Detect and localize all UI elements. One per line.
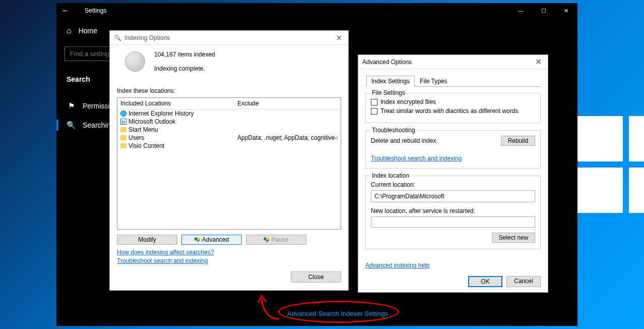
- tab-file-types[interactable]: File Types: [415, 76, 452, 87]
- rebuild-label: Delete and rebuild index: [371, 137, 436, 144]
- location-exclude: [237, 109, 338, 118]
- encrypted-checkbox[interactable]: [371, 99, 377, 105]
- troubleshooting-label: Troubleshooting: [370, 127, 417, 134]
- location-name: Microsoft Outlook: [128, 118, 175, 126]
- locations-label: Index these locations:: [117, 87, 341, 94]
- modify-button[interactable]: Modify: [117, 235, 177, 245]
- home-icon: ⌂: [67, 26, 72, 35]
- folder-icon: [120, 127, 126, 132]
- outlook-icon: [120, 119, 126, 125]
- home-label: Home: [79, 27, 97, 35]
- current-location-field: C:\ProgramData\Microsoft: [371, 190, 535, 202]
- indexing-status: Indexing complete.: [154, 65, 215, 72]
- file-settings-label: File Settings: [370, 89, 407, 96]
- location-row[interactable]: Visio Content: [117, 142, 341, 150]
- permissions-icon: ⚑: [67, 101, 76, 111]
- select-new-button[interactable]: Select new: [492, 233, 535, 243]
- location-exclude: [237, 126, 338, 134]
- location-exclude: [237, 142, 338, 150]
- advanced-title: Advanced Options: [362, 59, 412, 66]
- location-name: Start Menu: [128, 126, 158, 134]
- col-exclude-header[interactable]: Exclude: [234, 98, 341, 109]
- drive-icon: [125, 51, 145, 72]
- annotation-arrow: [254, 294, 282, 324]
- folder-icon: [120, 143, 126, 148]
- how-indexing-affects-link[interactable]: How does indexing affect searches?: [117, 249, 341, 256]
- items-indexed-count: 104,187 items indexed: [154, 51, 215, 58]
- location-exclude: [237, 118, 338, 126]
- close-button[interactable]: ✕: [555, 3, 577, 18]
- encrypted-label: Index encrypted files: [380, 98, 436, 105]
- location-name: Internet Explorer History: [128, 109, 194, 118]
- ie-icon: [120, 111, 126, 117]
- pause-button: Pause: [246, 235, 306, 245]
- indexing-icon: 🔍: [114, 34, 121, 41]
- location-row[interactable]: Internet Explorer History: [117, 109, 341, 118]
- rebuild-button[interactable]: Rebuild: [501, 136, 535, 146]
- tab-index-settings[interactable]: Index Settings: [366, 76, 415, 87]
- troubleshooting-group: Troubleshooting Delete and rebuild index…: [365, 130, 541, 169]
- cancel-button[interactable]: Cancel: [506, 276, 541, 287]
- new-location-field: [371, 216, 535, 228]
- indexing-title: Indexing Options: [124, 34, 170, 41]
- folder-icon: [120, 135, 126, 140]
- indexing-close-button[interactable]: ✕: [334, 34, 344, 42]
- indexing-close-dialog-button[interactable]: Close: [291, 271, 341, 283]
- back-button[interactable]: ←: [61, 6, 70, 15]
- diacritics-checkbox[interactable]: [371, 108, 377, 115]
- minimize-button[interactable]: —: [509, 3, 532, 18]
- col-included-header[interactable]: Included Locations: [117, 98, 234, 109]
- diacritics-label: Treat similar words with diacritics as d…: [380, 107, 518, 115]
- troubleshoot-advanced-link[interactable]: Troubleshoot search and indexing: [371, 155, 462, 162]
- advanced-indexing-help-link[interactable]: Advanced indexing help: [365, 262, 429, 269]
- settings-titlebar: ← Settings — ☐ ✕: [56, 3, 577, 18]
- ok-button[interactable]: OK: [468, 276, 502, 287]
- indexing-options-dialog: 🔍 Indexing Options ✕ 104,187 items index…: [109, 30, 349, 291]
- index-location-label: Index location: [370, 172, 411, 179]
- location-row[interactable]: Start Menu: [117, 126, 341, 134]
- advanced-close-button[interactable]: ✕: [533, 57, 544, 67]
- current-location-label: Current location:: [371, 181, 535, 188]
- windows-logo: [577, 116, 644, 213]
- shield-icon: [195, 237, 200, 243]
- advanced-options-dialog: Advanced Options ✕ Index Settings File T…: [358, 54, 548, 293]
- new-location-label: New location, after service is restarted…: [371, 207, 535, 214]
- settings-title: Settings: [85, 7, 106, 14]
- location-row[interactable]: Microsoft Outlook: [117, 118, 341, 126]
- file-settings-group: File Settings Index encrypted files Trea…: [365, 93, 541, 123]
- annotation-circle: [278, 301, 399, 323]
- advanced-titlebar: Advanced Options ✕: [358, 55, 548, 69]
- location-name: Visio Content: [128, 142, 164, 150]
- shield-icon: [264, 237, 269, 243]
- location-row[interactable]: UsersAppData; .nuget; AppData; cognitive…: [117, 134, 341, 142]
- troubleshoot-link[interactable]: Troubleshoot search and indexing: [117, 257, 341, 264]
- location-exclude: AppData; .nuget; AppData; cognitive-serv…: [237, 134, 338, 142]
- location-name: Users: [128, 134, 144, 142]
- locations-list[interactable]: Included Locations Exclude Internet Expl…: [117, 97, 341, 230]
- search-icon: 🔍: [67, 121, 76, 130]
- maximize-button[interactable]: ☐: [532, 3, 555, 18]
- index-location-group: Index location Current location: C:\Prog…: [365, 176, 541, 249]
- advanced-button[interactable]: Advanced: [181, 235, 242, 245]
- indexing-titlebar: 🔍 Indexing Options ✕: [110, 31, 348, 45]
- tabs: Index Settings File Types: [365, 75, 541, 87]
